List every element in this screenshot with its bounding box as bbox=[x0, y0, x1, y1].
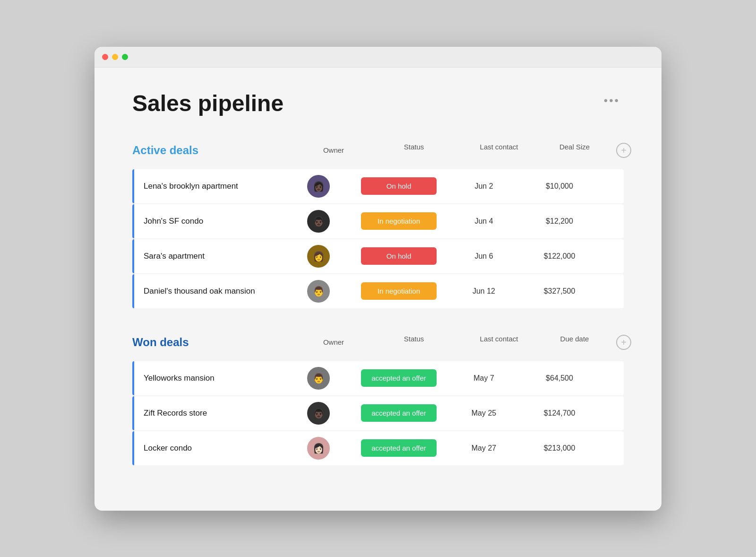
active-deal-owner-2: 👨🏿 bbox=[285, 210, 352, 233]
won-deal-row: Yelloworks mansion 👨 accepted an offer M… bbox=[132, 361, 624, 395]
won-duedate-col-header: Due date bbox=[537, 335, 612, 350]
close-button[interactable] bbox=[102, 54, 108, 60]
more-options-button[interactable]: ••• bbox=[600, 90, 624, 111]
avatar-emoji-6: 👨🏿 bbox=[313, 408, 325, 419]
status-badge-2: In negotiation bbox=[361, 212, 437, 230]
avatar-emoji-7: 👩🏻 bbox=[313, 443, 325, 454]
active-deal-row: John's SF condo 👨🏿 In negotiation Jun 4 … bbox=[132, 204, 624, 238]
status-badge-1: On hold bbox=[361, 177, 437, 195]
won-deal-size-2: $124,700 bbox=[522, 409, 597, 418]
won-deal-owner-1: 👨 bbox=[285, 367, 352, 390]
avatar-emoji-1: 👩🏿 bbox=[313, 181, 325, 192]
active-deals-section: Active deals Owner Status Last contact D… bbox=[132, 139, 624, 308]
active-deal-size-2: $12,200 bbox=[522, 217, 597, 226]
active-deal-row: Daniel's thousand oak mansion 👨 In negot… bbox=[132, 274, 624, 308]
won-deal-size-1: $64,500 bbox=[522, 374, 597, 383]
won-deals-title: Won deals bbox=[132, 336, 189, 349]
active-deal-status-3: On hold bbox=[352, 247, 446, 265]
active-deal-status-2: In negotiation bbox=[352, 212, 446, 230]
minimize-button[interactable] bbox=[112, 54, 118, 60]
won-deal-status-2: accepted an offer bbox=[352, 404, 446, 422]
active-deal-date-3: Jun 6 bbox=[446, 252, 522, 261]
active-deals-add-button[interactable]: + bbox=[616, 143, 631, 158]
main-content: Sales pipeline ••• Active deals Owner St… bbox=[94, 68, 662, 511]
active-deal-date-4: Jun 12 bbox=[446, 287, 522, 296]
won-status-badge-1: accepted an offer bbox=[361, 369, 437, 387]
active-deal-status-1: On hold bbox=[352, 177, 446, 195]
won-deal-owner-3: 👩🏻 bbox=[285, 437, 352, 460]
active-dealsize-col-header: Deal Size bbox=[537, 143, 612, 158]
won-status-badge-3: accepted an offer bbox=[361, 439, 437, 457]
avatar-emoji-3: 👩 bbox=[313, 251, 325, 262]
active-deal-name-4: Daniel's thousand oak mansion bbox=[140, 287, 285, 296]
title-bar bbox=[94, 47, 662, 68]
avatar-emoji-5: 👨 bbox=[313, 373, 325, 384]
avatar-emoji-2: 👨🏿 bbox=[313, 216, 325, 227]
active-deal-size-4: $327,500 bbox=[522, 287, 597, 296]
page-title: Sales pipeline bbox=[132, 90, 284, 116]
won-deal-status-1: accepted an offer bbox=[352, 369, 446, 387]
avatar-zift: 👨🏿 bbox=[307, 402, 330, 425]
won-deal-name-3: Locker condo bbox=[140, 444, 285, 453]
active-deal-size-1: $10,000 bbox=[522, 182, 597, 191]
active-deal-size-3: $122,000 bbox=[522, 252, 597, 261]
avatar-sara: 👩 bbox=[307, 245, 330, 268]
active-owner-col-header: Owner bbox=[301, 143, 367, 158]
won-deal-row: Zift Records store 👨🏿 accepted an offer … bbox=[132, 396, 624, 430]
won-deals-add-button[interactable]: + bbox=[616, 335, 631, 350]
won-deals-header-row: Won deals Owner Status Last contact Due … bbox=[132, 331, 624, 354]
app-window: Sales pipeline ••• Active deals Owner St… bbox=[94, 47, 662, 511]
page-header: Sales pipeline ••• bbox=[132, 90, 624, 116]
active-deal-row: Lena's brooklyn apartment 👩🏿 On hold Jun… bbox=[132, 169, 624, 203]
active-deal-owner-3: 👩 bbox=[285, 245, 352, 268]
active-deal-status-4: In negotiation bbox=[352, 282, 446, 300]
active-deals-title: Active deals bbox=[132, 144, 198, 157]
active-deals-table: Lena's brooklyn apartment 👩🏿 On hold Jun… bbox=[132, 169, 624, 308]
maximize-button[interactable] bbox=[122, 54, 128, 60]
active-deal-name-2: John's SF condo bbox=[140, 217, 285, 226]
won-lastcontact-col-header: Last contact bbox=[461, 335, 537, 350]
won-deal-status-3: accepted an offer bbox=[352, 439, 446, 457]
avatar-emoji-4: 👨 bbox=[313, 286, 325, 297]
active-lastcontact-col-header: Last contact bbox=[461, 143, 537, 158]
avatar-lena: 👩🏿 bbox=[307, 175, 330, 198]
avatar-john: 👨🏿 bbox=[307, 210, 330, 233]
active-deal-owner-1: 👩🏿 bbox=[285, 175, 352, 198]
active-deal-name-1: Lena's brooklyn apartment bbox=[140, 182, 285, 191]
avatar-locker: 👩🏻 bbox=[307, 437, 330, 460]
active-deals-header-row: Active deals Owner Status Last contact D… bbox=[132, 139, 624, 162]
won-status-col-header: Status bbox=[367, 335, 461, 350]
avatar-yelloworks: 👨 bbox=[307, 367, 330, 390]
status-badge-4: In negotiation bbox=[361, 282, 437, 300]
won-deals-section: Won deals Owner Status Last contact Due … bbox=[132, 331, 624, 465]
won-deal-date-1: May 7 bbox=[446, 374, 522, 383]
won-owner-col-header: Owner bbox=[301, 335, 367, 350]
active-deal-name-3: Sara's apartment bbox=[140, 252, 285, 261]
active-deal-owner-4: 👨 bbox=[285, 280, 352, 303]
won-deal-date-2: May 25 bbox=[446, 409, 522, 418]
won-deals-table: Yelloworks mansion 👨 accepted an offer M… bbox=[132, 361, 624, 465]
active-deal-date-1: Jun 2 bbox=[446, 182, 522, 191]
active-status-col-header: Status bbox=[367, 143, 461, 158]
active-deal-row: Sara's apartment 👩 On hold Jun 6 $122,00… bbox=[132, 239, 624, 273]
won-status-badge-2: accepted an offer bbox=[361, 404, 437, 422]
won-deal-row: Locker condo 👩🏻 accepted an offer May 27… bbox=[132, 431, 624, 465]
won-deal-size-3: $213,000 bbox=[522, 444, 597, 453]
won-deal-date-3: May 27 bbox=[446, 444, 522, 453]
won-deal-owner-2: 👨🏿 bbox=[285, 402, 352, 425]
won-deal-name-1: Yelloworks mansion bbox=[140, 374, 285, 383]
status-badge-3: On hold bbox=[361, 247, 437, 265]
active-deal-date-2: Jun 4 bbox=[446, 217, 522, 226]
won-deal-name-2: Zift Records store bbox=[140, 409, 285, 418]
avatar-daniel: 👨 bbox=[307, 280, 330, 303]
